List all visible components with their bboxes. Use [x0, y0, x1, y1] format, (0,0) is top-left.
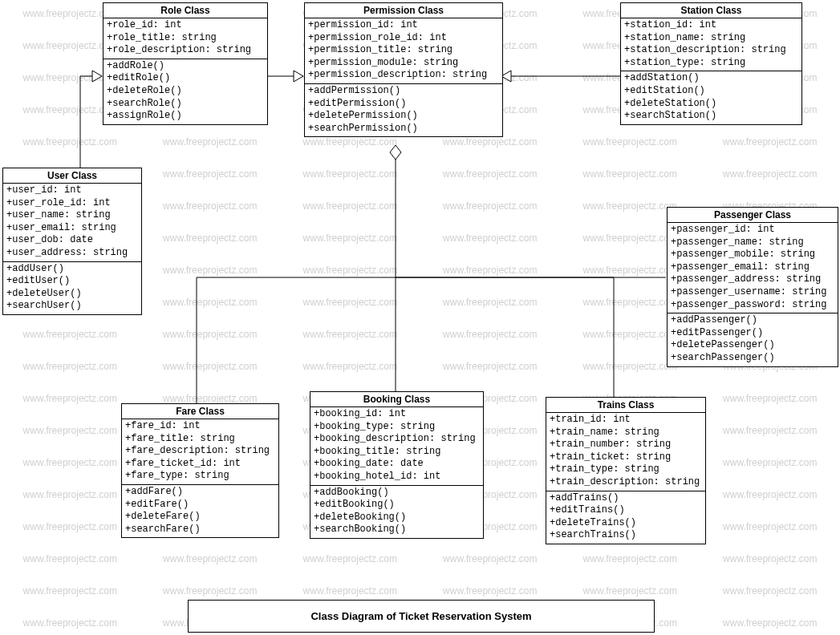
diagram-title-text: Class Diagram of Ticket Reservation Syst…	[310, 610, 531, 622]
attr-line: +booking_type: string	[314, 421, 480, 434]
attr-line: +booking_id: int	[314, 408, 480, 421]
class-attrs: +permission_id: int+permission_role_id: …	[305, 18, 502, 84]
attr-line: +train_name: string	[550, 427, 702, 439]
attr-line: +fare_ticket_id: int	[125, 458, 275, 471]
attr-line: +addPassenger()	[671, 314, 834, 327]
class-ops: +addFare()+editFare()+deleteFare()+searc…	[122, 485, 278, 537]
svg-marker-1	[294, 71, 303, 82]
class-attrs: +booking_id: int+booking_type: string+bo…	[310, 407, 483, 486]
attr-line: +passenger_name: string	[671, 237, 834, 249]
class-trains: Trains Class +train_id: int+train_name: …	[546, 397, 706, 544]
class-title: Passenger Class	[668, 208, 838, 223]
attr-line: +addTrains()	[550, 492, 702, 505]
class-attrs: +train_id: int+train_name: string+train_…	[546, 413, 705, 491]
attr-line: +train_type: string	[550, 463, 702, 476]
class-ops: +addTrains()+editTrains()+deleteTrains()…	[546, 491, 705, 544]
attr-line: +booking_hotel_id: int	[314, 471, 480, 483]
attr-line: +editUser()	[6, 275, 138, 288]
attr-line: +editStation()	[624, 85, 798, 98]
attr-line: +editRole()	[107, 72, 264, 85]
attr-line: +permission_description: string	[308, 69, 499, 82]
class-ops: +addBooking()+editBooking()+deleteBookin…	[310, 486, 483, 538]
attr-line: +user_dob: date	[6, 234, 138, 247]
attr-line: +editPermission()	[308, 98, 499, 111]
attr-line: +deletePassenger()	[671, 339, 834, 352]
attr-line: +passenger_username: string	[671, 286, 834, 299]
attr-line: +user_name: string	[6, 209, 138, 222]
attr-line: +passenger_address: string	[671, 273, 834, 286]
attr-line: +deletePermission()	[308, 110, 499, 123]
attr-line: +train_description: string	[550, 476, 702, 489]
class-ops: +addPermission()+editPermission()+delete…	[305, 84, 502, 136]
attr-line: +searchStation()	[624, 110, 798, 123]
class-title: Role Class	[103, 3, 267, 18]
attr-line: +addRole()	[107, 60, 264, 73]
attr-line: +station_description: string	[624, 44, 798, 57]
attr-line: +editFare()	[125, 499, 275, 512]
attr-line: +assignRole()	[107, 110, 264, 123]
attr-line: +editTrains()	[550, 504, 702, 517]
attr-line: +deleteFare()	[125, 511, 275, 524]
attr-line: +searchTrains()	[550, 529, 702, 542]
attr-line: +deleteStation()	[624, 98, 798, 111]
attr-line: +station_name: string	[624, 32, 798, 45]
class-title: User Class	[3, 168, 141, 184]
attr-line: +deleteTrains()	[550, 517, 702, 530]
attr-line: +permission_title: string	[308, 44, 499, 57]
attr-line: +user_address: string	[6, 247, 138, 260]
attr-line: +train_number: string	[550, 439, 702, 451]
attr-line: +permission_role_id: int	[308, 32, 499, 45]
class-attrs: +station_id: int+station_name: string+st…	[621, 18, 801, 71]
attr-line: +train_id: int	[550, 414, 702, 427]
attr-line: +fare_title: string	[125, 433, 275, 446]
class-user: User Class +user_id: int+user_role_id: i…	[2, 168, 142, 315]
attr-line: +addPermission()	[308, 85, 499, 98]
attr-line: +searchFare()	[125, 524, 275, 536]
attr-line: +fare_type: string	[125, 470, 275, 483]
attr-line: +booking_title: string	[314, 446, 480, 459]
class-attrs: +passenger_id: int+passenger_name: strin…	[668, 223, 838, 313]
class-fare: Fare Class +fare_id: int+fare_title: str…	[121, 403, 279, 538]
attr-line: +editPassenger()	[671, 327, 834, 340]
attr-line: +searchRole()	[107, 98, 264, 111]
attr-line: +passenger_id: int	[671, 224, 834, 237]
attr-line: +deleteRole()	[107, 85, 264, 98]
class-title: Booking Class	[310, 392, 483, 407]
class-ops: +addRole()+editRole()+deleteRole()+searc…	[103, 59, 267, 124]
attr-line: +passenger_mobile: string	[671, 249, 834, 261]
svg-marker-3	[390, 145, 401, 160]
attr-line: +user_id: int	[6, 184, 138, 197]
class-title: Trains Class	[546, 398, 705, 413]
attr-line: +deleteUser()	[6, 288, 138, 301]
svg-marker-0	[92, 71, 102, 82]
attr-line: +role_title: string	[107, 32, 264, 45]
class-station: Station Class +station_id: int+station_n…	[620, 2, 802, 125]
attr-line: +permission_id: int	[308, 19, 499, 32]
class-attrs: +role_id: int+role_title: string+role_de…	[103, 18, 267, 59]
attr-line: +permission_module: string	[308, 57, 499, 70]
attr-line: +user_email: string	[6, 222, 138, 235]
class-title: Station Class	[621, 3, 801, 18]
attr-line: +role_id: int	[107, 19, 264, 32]
attr-line: +addBooking()	[314, 487, 480, 500]
attr-line: +deleteBooking()	[314, 512, 480, 524]
class-ops: +addStation()+editStation()+deleteStatio…	[621, 71, 801, 123]
class-attrs: +fare_id: int+fare_title: string+fare_de…	[122, 419, 278, 485]
attr-line: +train_ticket: string	[550, 451, 702, 464]
class-title: Fare Class	[122, 404, 278, 419]
class-role: Role Class +role_id: int+role_title: str…	[103, 2, 268, 125]
attr-line: +addFare()	[125, 486, 275, 499]
attr-line: +addStation()	[624, 72, 798, 85]
attr-line: +role_description: string	[107, 44, 264, 57]
attr-line: +searchPermission()	[308, 123, 499, 135]
attr-line: +passenger_password: string	[671, 299, 834, 312]
attr-line: +station_id: int	[624, 19, 798, 32]
attr-line: +editBooking()	[314, 499, 480, 512]
attr-line: +booking_description: string	[314, 433, 480, 446]
attr-line: +passenger_email: string	[671, 261, 834, 274]
class-attrs: +user_id: int+user_role_id: int+user_nam…	[3, 184, 141, 262]
class-title: Permission Class	[305, 3, 502, 18]
class-ops: +addUser()+editUser()+deleteUser()+searc…	[3, 262, 141, 314]
attr-line: +fare_description: string	[125, 445, 275, 458]
class-ops: +addPassenger()+editPassenger()+deletePa…	[668, 313, 838, 366]
